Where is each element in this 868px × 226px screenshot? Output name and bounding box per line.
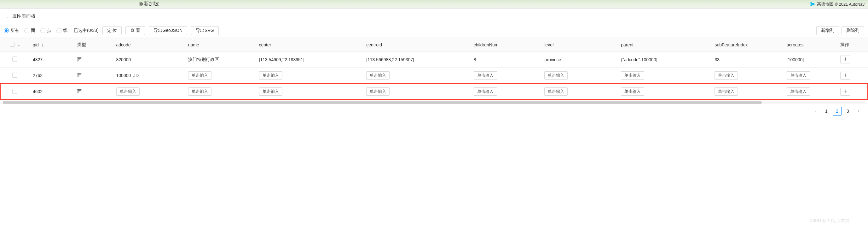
page-next-button[interactable]: › — [854, 107, 863, 115]
export-geojson-button[interactable]: 导出GeoJSON — [149, 26, 187, 35]
header-acroutes[interactable]: acroutes — [783, 38, 837, 52]
click-to-input-button[interactable]: 单击输入 — [259, 71, 282, 80]
cell-childrenNum: 单击输入 — [471, 67, 541, 84]
cell-gid: 4602 — [30, 84, 74, 100]
cell-parent: 单击输入 — [618, 67, 711, 84]
click-to-input-button[interactable]: 单击输入 — [787, 71, 810, 80]
cell-type: 面 — [74, 52, 113, 67]
header-parent[interactable]: parent — [618, 38, 711, 52]
export-svg-button[interactable]: 导出SVG — [191, 26, 219, 35]
map-preview: 新加坡 高德地图 © 2021 AutoNavi — [0, 0, 868, 9]
header-level[interactable]: level — [541, 38, 618, 52]
page-2-button[interactable]: 2 — [833, 107, 841, 115]
attribute-table: ▾ gid ▲▼ 类型 adcode name center centroid … — [0, 38, 868, 100]
cell-gid: 4827 — [30, 52, 74, 67]
panel-header[interactable]: ⌄ 属性表面板 — [0, 9, 868, 24]
cell-acroutes: [100000] — [783, 52, 837, 67]
radio-circle-icon — [4, 28, 9, 33]
locate-row-button[interactable] — [840, 72, 850, 80]
cell-center: [113.54909,22.198951] — [256, 52, 363, 67]
row-checkbox-cell[interactable] — [0, 67, 30, 84]
cell-parent: 单击输入 — [618, 84, 711, 100]
page-1-button[interactable]: 1 — [822, 107, 831, 115]
sort-icon: ▲▼ — [41, 43, 44, 47]
cell-type: 面 — [74, 67, 113, 84]
cell-center: 单击输入 — [256, 67, 363, 84]
cell-subFeatureIndex: 单击输入 — [711, 67, 783, 84]
click-to-input-button[interactable]: 单击输入 — [714, 87, 738, 96]
svg-point-1 — [845, 75, 846, 76]
row-checkbox-cell[interactable] — [0, 52, 30, 67]
header-childrenNum[interactable]: childrenNum — [471, 38, 541, 52]
table-header-row: ▾ gid ▲▼ 类型 adcode name center centroid … — [0, 38, 868, 52]
locate-button[interactable]: 定 位 — [102, 26, 122, 35]
scrollbar-thumb[interactable] — [2, 101, 762, 104]
selection-count: 已选中(0/33) — [74, 28, 99, 33]
add-column-button[interactable]: 新增列 — [816, 26, 839, 35]
delete-column-button[interactable]: 删除列 — [841, 26, 864, 35]
cell-type: 面 — [74, 84, 113, 100]
click-to-input-button[interactable]: 单击输入 — [714, 71, 738, 80]
header-gid[interactable]: gid ▲▼ — [30, 38, 74, 52]
header-gid-label: gid — [33, 42, 39, 47]
toolbar: 所有 面 点 线 已选中(0/33) 定 位 查 看 导出GeoJSON 导出S… — [0, 24, 868, 38]
radio-all[interactable]: 所有 — [4, 28, 19, 33]
cell-action — [837, 67, 868, 84]
expand-down-icon: ⌄ — [6, 14, 9, 19]
cell-name: 单击输入 — [185, 84, 256, 100]
click-to-input-button[interactable]: 单击输入 — [259, 87, 282, 96]
click-to-input-button[interactable]: 单击输入 — [188, 71, 212, 80]
click-to-input-button[interactable]: 单击输入 — [544, 87, 568, 96]
click-to-input-button[interactable]: 单击输入 — [188, 87, 212, 96]
click-to-input-button[interactable]: 单击输入 — [474, 87, 497, 96]
radio-point[interactable]: 点 — [40, 28, 51, 33]
map-brand: 高德地图 — [817, 1, 833, 7]
view-button[interactable]: 查 看 — [125, 26, 145, 35]
horizontal-scrollbar[interactable] — [2, 101, 866, 104]
click-to-input-button[interactable]: 单击输入 — [474, 71, 497, 80]
checkbox-icon — [12, 89, 17, 94]
table-container: ▾ gid ▲▼ 类型 adcode name center centroid … — [0, 38, 868, 100]
click-to-input-button[interactable]: 单击输入 — [621, 87, 644, 96]
table-row: 2762面100000_JD单击输入单击输入单击输入单击输入单击输入单击输入单击… — [0, 67, 868, 84]
radio-circle-icon — [40, 28, 45, 33]
page-3-button[interactable]: 3 — [843, 107, 852, 115]
cell-childrenNum: 单击输入 — [471, 84, 541, 100]
header-subFeatureIndex[interactable]: subFeatureIndex — [711, 38, 783, 52]
locate-row-button[interactable] — [840, 56, 850, 63]
locate-icon — [843, 57, 847, 61]
checkbox-icon — [12, 57, 17, 61]
header-action[interactable]: 操作 — [837, 38, 868, 52]
header-centroid[interactable]: centroid — [363, 38, 471, 52]
click-to-input-button[interactable]: 单击输入 — [366, 87, 390, 96]
header-center[interactable]: center — [256, 38, 363, 52]
header-checkbox[interactable]: ▾ — [0, 38, 30, 52]
svg-point-2 — [845, 91, 846, 92]
radio-polygon[interactable]: 面 — [24, 28, 35, 33]
radio-point-label: 点 — [47, 28, 51, 33]
chevron-down-icon: ▾ — [18, 44, 20, 47]
click-to-input-button[interactable]: 单击输入 — [787, 87, 810, 96]
map-attribution: 高德地图 © 2021 AutoNavi — [810, 1, 866, 7]
cell-parent: {"adcode":100000} — [618, 52, 711, 67]
cell-name: 澳门特别行政区 — [185, 52, 256, 67]
click-to-input-button[interactable]: 单击输入 — [621, 71, 644, 80]
header-type[interactable]: 类型 — [74, 38, 113, 52]
click-to-input-button[interactable]: 单击输入 — [366, 71, 390, 80]
cell-adcode: 820000 — [113, 52, 185, 67]
locate-row-button[interactable] — [840, 88, 850, 96]
row-checkbox-cell[interactable] — [0, 84, 30, 100]
cell-center: 单击输入 — [256, 84, 363, 100]
page-prev-button[interactable]: ‹ — [811, 107, 820, 115]
click-to-input-button[interactable]: 单击输入 — [544, 71, 568, 80]
pagination: ‹ 1 2 3 › — [0, 104, 868, 118]
click-to-input-button[interactable]: 单击输入 — [116, 87, 140, 96]
cell-childrenNum: 8 — [471, 52, 541, 67]
header-name[interactable]: name — [185, 38, 256, 52]
cell-adcode: 单击输入 — [113, 84, 185, 100]
header-adcode[interactable]: adcode — [113, 38, 185, 52]
cell-centroid: [113.566988,22.159307] — [363, 52, 471, 67]
radio-line[interactable]: 线 — [56, 28, 67, 33]
checkbox-icon — [12, 73, 17, 78]
locate-icon — [843, 73, 847, 77]
